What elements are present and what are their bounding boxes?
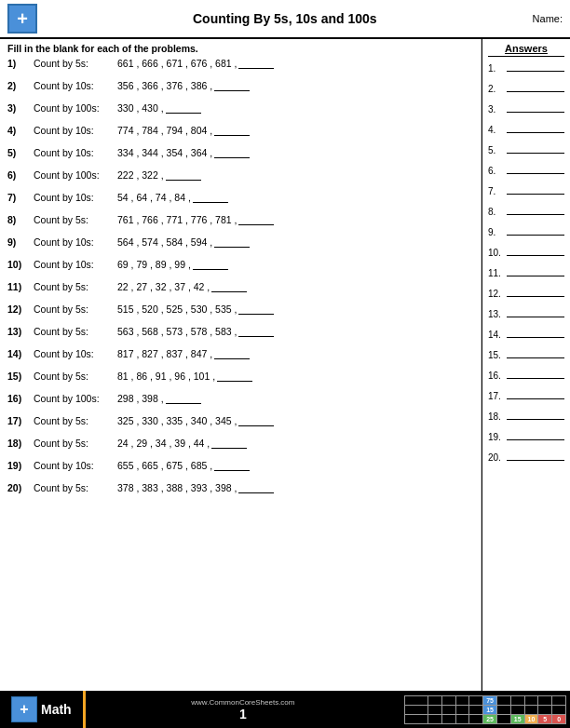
score-11-20-45: 45 [428,714,442,723]
problem-type: Count by 5s: [34,326,117,337]
answer-row: 17. [488,386,564,405]
answer-blank[interactable] [238,492,274,493]
score-range-11-20: 11-20 [405,714,428,723]
problem-type: Count by 10s: [34,348,117,359]
answer-blank[interactable] [214,358,250,359]
problem-type: Count by 10s: [34,80,117,91]
problem-number: 20) [7,482,34,493]
answer-blank[interactable] [214,247,250,248]
problem-type: Count by 10s: [34,236,117,248]
answer-row: 20. [488,448,564,466]
problem-number: 6) [7,169,34,181]
score-table: 95 90 85 80 75 70 65 60 55 50 1-10 19 18… [404,695,566,724]
score-60: 60 [524,695,538,705]
answer-blank[interactable] [214,90,250,91]
problem-row: 15)Count by 5s:81 , 86 , 91 , 96 , 101 , [7,371,473,391]
answer-blank[interactable] [166,403,201,404]
answer-blank[interactable] [193,269,228,270]
score-70: 70 [497,695,511,705]
score-80: 80 [469,695,483,705]
answer-blank[interactable] [238,224,274,225]
footer-logo: + [11,696,37,722]
footer-math-section: + Math [0,691,86,728]
problem-number: 8) [7,214,34,225]
answer-write-line [507,182,564,195]
score-11-20-30: 30 [469,714,483,723]
footer-math-label: Math [41,702,72,717]
problem-number: 2) [7,80,34,91]
answer-blank[interactable] [217,381,252,382]
answer-write-line [507,202,564,215]
problem-row: 6)Count by 100s:222 , 322 , [7,169,473,190]
problem-number: 7) [7,192,34,203]
answer-row: 9. [488,222,564,241]
problem-sequence: 761 , 766 , 771 , 776 , 781 , [117,214,473,225]
problem-row: 5)Count by 10s:334 , 344 , 354 , 364 , [7,147,473,168]
answer-number: 11. [488,268,507,278]
score-range-label [405,695,428,705]
problem-row: 3)Count by 100s:330 , 430 , [7,102,473,123]
answer-number: 3. [488,104,507,115]
answer-number: 7. [488,186,507,196]
answer-blank[interactable] [238,68,274,69]
footer: + Math www.CommonCoreSheets.com 1 95 90 … [0,691,570,728]
problem-sequence: 69 , 79 , 89 , 99 , [117,259,473,270]
answer-write-line [507,284,564,297]
problem-sequence: 356 , 366 , 376 , 386 , [117,80,473,91]
score-1-10-50: 10 [552,705,566,714]
score-1-10-70: 14 [497,705,511,714]
answer-blank[interactable] [214,157,250,158]
answer-blank[interactable] [238,425,274,426]
problem-number: 5) [7,147,34,158]
answer-blank[interactable] [238,314,274,315]
score-1-10-75: 15 [483,705,497,714]
answer-number: 1. [488,63,507,74]
score-1-10-85: 17 [455,705,469,714]
header: + Counting By 5s, 10s and 100s Name: [0,0,570,39]
answer-number: 16. [488,371,507,381]
answer-blank[interactable] [166,113,201,114]
problem-number: 13) [7,326,34,337]
score-11-20-40: 40 [441,714,455,723]
main-content: Fill in the blank for each of the proble… [0,39,570,691]
answer-blank[interactable] [214,470,250,471]
answer-blank[interactable] [238,336,274,337]
footer-center: www.CommonCoreSheets.com 1 [86,698,400,721]
answer-number: 17. [488,391,507,401]
problem-sequence: 298 , 398 , [117,393,473,404]
problem-sequence: 515 , 520 , 525 , 530 , 535 , [117,303,473,315]
score-11-20-25: 25 [483,714,497,723]
problem-number: 12) [7,303,34,315]
answer-blank[interactable] [214,135,250,136]
problem-sequence: 564 , 574 , 584 , 594 , [117,236,473,248]
score-1-10-65: 13 [510,705,524,714]
answer-row: 8. [488,202,564,221]
answer-write-line [507,407,564,420]
problem-row: 13)Count by 5s:563 , 568 , 573 , 578 , 5… [7,326,473,346]
problem-type: Count by 5s: [34,371,117,382]
answer-blank[interactable] [166,180,201,181]
problem-number: 16) [7,393,34,404]
answer-blank[interactable] [211,448,247,449]
problems-section: Fill in the blank for each of the proble… [0,39,482,691]
problem-row: 10)Count by 10s:69 , 79 , 89 , 99 , [7,259,473,279]
score-11-20-5: 5 [538,714,552,723]
answer-write-line [507,79,564,92]
footer-url: www.CommonCoreSheets.com [191,698,294,707]
answer-blank[interactable] [211,291,247,292]
score-11-20-20: 20 [497,714,511,723]
score-1-10-90: 18 [441,705,455,714]
answer-row: 19. [488,427,564,446]
answer-number: 5. [488,145,507,155]
problem-number: 11) [7,281,34,292]
answer-row: 7. [488,182,564,200]
problem-number: 14) [7,348,34,359]
answer-row: 5. [488,141,564,159]
answer-row: 12. [488,284,564,303]
problem-sequence: 22 , 27 , 32 , 37 , 42 , [117,281,473,292]
answers-title: Answers [488,43,564,57]
problem-type: Count by 10s: [34,192,117,203]
problem-sequence: 81 , 86 , 91 , 96 , 101 , [117,371,473,382]
answer-blank[interactable] [193,202,228,203]
problem-type: Count by 5s: [34,415,117,426]
